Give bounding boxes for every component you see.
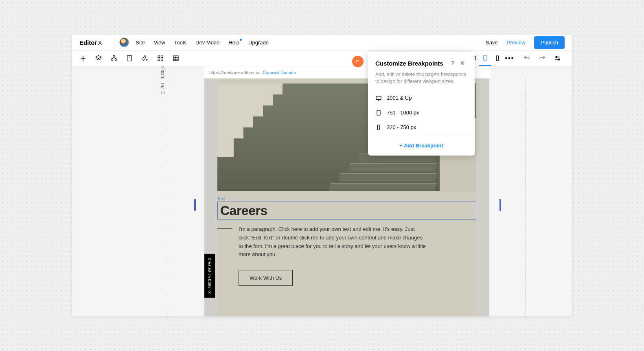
breakpoint-mobile-icon[interactable] (491, 50, 504, 66)
tablet-icon (375, 110, 382, 116)
menu-upgrade[interactable]: Upgrade (248, 39, 269, 46)
avatar[interactable] (119, 37, 129, 47)
svg-rect-30 (377, 110, 380, 115)
heading-text[interactable]: Careers (220, 203, 267, 218)
undo-icon[interactable] (519, 50, 534, 66)
save-link[interactable]: Save (486, 39, 498, 46)
redo-icon[interactable] (534, 50, 550, 66)
breakpoint-row-desktop[interactable]: 1001 & Up (368, 91, 475, 105)
preview-link[interactable]: Preview (506, 39, 525, 46)
masters-icon[interactable] (106, 50, 122, 66)
apps-icon[interactable] (153, 50, 168, 66)
svg-point-10 (146, 59, 147, 60)
svg-rect-8 (127, 55, 132, 61)
svg-marker-2 (96, 55, 101, 59)
add-icon[interactable] (75, 50, 91, 66)
close-icon[interactable]: ✕ (458, 58, 467, 68)
menu-tools[interactable]: Tools (174, 39, 186, 46)
settings-slider-icon[interactable] (550, 50, 565, 66)
svg-rect-15 (173, 56, 178, 61)
desktop-icon (375, 95, 382, 101)
cta-button[interactable]: Work With Us (239, 270, 293, 286)
heading-selected[interactable]: Careers (217, 202, 476, 219)
breakpoint-row-mobile[interactable]: 320 - 750 px (368, 120, 475, 135)
element-type-label: Text (217, 197, 225, 201)
dash-decoration (217, 228, 232, 229)
add-breakpoint-button[interactable]: + Add Breakpoint (399, 143, 443, 149)
connect-domain-link[interactable]: Connect Domain (263, 70, 296, 75)
svg-rect-14 (161, 59, 163, 61)
svg-rect-21 (484, 55, 487, 60)
publish-button[interactable]: Publish (534, 36, 565, 49)
created-on-badge[interactable]: Created on Editor X (204, 254, 215, 298)
menu-site[interactable]: Site (136, 39, 145, 46)
svg-rect-22 (496, 56, 498, 61)
page-icon[interactable] (122, 50, 137, 66)
notification-dot-icon (240, 39, 242, 41)
popover-title: Customize Breakpoints (375, 60, 448, 67)
popover-description: Add, edit or delete this page's breakpoi… (368, 71, 475, 91)
layers-icon[interactable] (91, 50, 106, 66)
menu-help[interactable]: Help (228, 39, 239, 46)
svg-rect-31 (377, 125, 379, 130)
svg-rect-12 (161, 56, 163, 58)
ruler-label: 751 - 1000 px (160, 66, 165, 95)
url-text: https://meidane.editorx.io (209, 70, 259, 75)
menu-view[interactable]: View (154, 39, 165, 46)
mobile-icon (375, 124, 382, 131)
cursor-indicator-icon (352, 56, 364, 67)
svg-line-6 (112, 57, 113, 59)
theme-icon[interactable] (137, 50, 153, 66)
data-icon[interactable] (168, 50, 184, 66)
resize-handle-right[interactable] (499, 199, 501, 211)
paragraph-text[interactable]: I'm a paragraph. Click here to add your … (239, 225, 426, 259)
svg-point-5 (115, 59, 117, 61)
breakpoints-popover: Customize Breakpoints ? ✕ Add, edit or d… (368, 52, 475, 156)
svg-point-4 (111, 59, 113, 61)
svg-rect-13 (158, 59, 160, 61)
svg-rect-25 (556, 57, 557, 58)
margin-right (476, 79, 489, 316)
breakpoint-more-icon[interactable]: ••• (504, 50, 516, 66)
svg-rect-27 (161, 92, 164, 94)
logo: EditorX (79, 39, 102, 46)
svg-rect-11 (158, 56, 160, 58)
menu-devmode[interactable]: Dev Mode (195, 39, 219, 46)
help-icon[interactable]: ? (448, 58, 458, 68)
resize-handle-left[interactable] (194, 199, 196, 211)
svg-line-7 (115, 57, 116, 59)
svg-rect-28 (376, 96, 381, 99)
divider (114, 35, 114, 50)
breakpoint-row-tablet[interactable]: 751 - 1000 px (368, 105, 475, 120)
breakpoint-tablet-icon[interactable] (479, 50, 491, 66)
svg-rect-26 (559, 59, 560, 60)
